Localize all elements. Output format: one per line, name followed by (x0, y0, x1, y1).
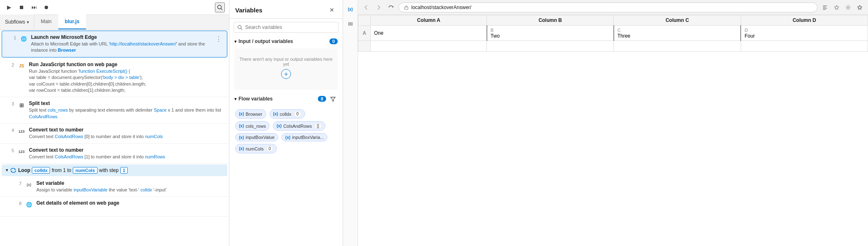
browser-url-bar[interactable]: localhost/stackoverAnswer/ (398, 2, 818, 12)
input-output-section-header[interactable]: ▾ Input / output variables 0 (231, 36, 341, 47)
flow-step-2[interactable]: 2 JS Run JavaScript function on web page… (0, 58, 229, 98)
var-chip-browser[interactable]: (x) Browser (235, 109, 266, 119)
cell-d2-input[interactable] (744, 43, 864, 49)
svg-rect-4 (405, 7, 408, 10)
var-chip-inputboxvaria[interactable]: (x) inputBoxVaria... (281, 133, 327, 141)
step-num-7: 7 (12, 180, 21, 186)
flow-content: 1 🌐 Launch new Microsoft Edge Attach to … (0, 30, 229, 246)
browser-refresh-button[interactable] (386, 2, 396, 12)
subflows-button[interactable]: Subflows ▾ (0, 14, 34, 29)
cell-c2-input[interactable] (617, 43, 737, 49)
browser-var: Browser (58, 48, 76, 53)
browser-settings-button[interactable] (843, 2, 853, 12)
var-chip-colldx-label: colldx (280, 112, 291, 117)
flow-step-6-loop[interactable]: ▾ Loop colldx from 1 to numCols with ste… (2, 165, 227, 176)
col-header-c: Column C (614, 15, 741, 26)
loop-icon (10, 167, 17, 174)
flow-step-3[interactable]: 3 ⊞ Split text Split text cols_rows by s… (0, 97, 229, 124)
browser-back-button[interactable] (361, 2, 371, 12)
cell-d1[interactable]: D (741, 26, 868, 41)
cell-d2[interactable] (741, 41, 868, 52)
browser-reader-button[interactable] (820, 2, 830, 12)
loop-var1: colldx (32, 167, 50, 174)
loop-with-text: with step (99, 167, 119, 173)
flow-step-8[interactable]: 8 🌐 Get details of element on web page (0, 197, 229, 217)
mail-icon-button[interactable]: ✉ (345, 18, 356, 30)
var-chip-colsandrows[interactable]: (x) ColsAndRows [] (273, 121, 325, 131)
var-search-box[interactable] (234, 22, 339, 33)
var-chip-colsandrows-label: ColsAndRows (283, 124, 312, 129)
browser-forward-button[interactable] (374, 2, 384, 12)
step-more-1[interactable]: ⋮ (215, 34, 223, 43)
tab-blurjs[interactable]: blur.js (58, 14, 86, 29)
var-chip-inputboxvalue-label: inputBoxValue (246, 135, 274, 140)
var-header: Variables ✕ (229, 0, 343, 19)
var-chip-inputboxvalue[interactable]: (x) inputBoxValue (235, 133, 278, 141)
step-title-2: Run JavaScript function on web page (29, 62, 225, 67)
cell-c1[interactable]: C (614, 26, 741, 41)
play-button[interactable]: ▶ (4, 2, 14, 12)
cell-b1[interactable]: B (487, 26, 614, 41)
cell-a2[interactable] (371, 41, 487, 52)
col-header-a: Column A (371, 15, 487, 26)
cell-c1-input[interactable] (618, 33, 737, 39)
browser-favorites-button[interactable] (832, 2, 842, 12)
search-button[interactable] (215, 2, 225, 12)
tab-main[interactable]: Main (34, 14, 58, 29)
spreadsheet-area: Column A Column B Column C Column D A B (358, 15, 868, 246)
step-num-2: 2 (4, 62, 14, 67)
cell-b1-input[interactable] (491, 33, 610, 39)
col-header-b: Column B (487, 15, 614, 26)
step-desc-5: Convert text ColsAndRows [1] to number a… (29, 154, 225, 160)
chevron-down-icon: ▾ (27, 20, 29, 24)
var-chips-container: (x) Browser (x) colldx 0 (x) cols_rows (… (231, 106, 341, 156)
flow-step-5[interactable]: 5 123 Convert text to number Convert tex… (0, 144, 229, 164)
skip-button[interactable]: ⏭ (29, 2, 39, 12)
browser-star-button[interactable] (855, 2, 865, 12)
cell-a2-input[interactable] (374, 43, 483, 49)
edge-url[interactable]: http://localhost/stackoverAnswer/ (110, 41, 176, 46)
subflows-label: Subflows (5, 19, 25, 25)
cell-a1[interactable] (371, 26, 487, 41)
cell-d1-input[interactable] (744, 33, 864, 39)
flow-vars-section-header[interactable]: ▾ Flow variables 8 (231, 91, 341, 106)
flow-step-1[interactable]: 1 🌐 Launch new Microsoft Edge Attach to … (2, 31, 227, 57)
convert1-icon: 123 (17, 127, 26, 136)
flow-step-7[interactable]: 7 (x) Set variable Assign to variable in… (0, 177, 229, 197)
variables-title: Variables (235, 7, 262, 14)
step-body-8: Get details of element on web page (36, 200, 225, 207)
add-variable-button[interactable]: ＋ (281, 69, 291, 79)
step-desc-7: Assign to variable inputBoxVariable the … (36, 187, 225, 193)
cell-c2[interactable] (614, 41, 741, 52)
var-chip-colldx-val: 0 (294, 111, 301, 117)
record-button[interactable]: ⏺ (41, 2, 51, 12)
search-icon (237, 25, 243, 30)
cell-a1-input[interactable] (374, 30, 483, 36)
getdetails-icon: 🌐 (25, 201, 33, 209)
var-filter-button[interactable] (328, 94, 338, 104)
variables-close-button[interactable]: ✕ (327, 5, 337, 15)
row-header-a: A (358, 26, 371, 41)
variables-icon-button[interactable]: (x) (345, 3, 356, 15)
step-num-3: 3 (4, 100, 14, 106)
var-chip-cols-rows-label: cols_rows (246, 124, 266, 129)
variables-search-input[interactable] (245, 24, 335, 30)
cell-b2[interactable] (487, 41, 614, 52)
loop-label: Loop (18, 167, 30, 173)
flow-panel: ▶ ⏹ ⏭ ⏺ Subflows ▾ Main blur.js 1 🌐 Lau (0, 0, 229, 246)
var-chip-numcols[interactable]: (x) numCols 0 (235, 144, 277, 153)
cell-b2-input[interactable] (490, 43, 610, 49)
step-body-3: Split text Split text cols_rows by separ… (29, 100, 225, 120)
flow-vars-title: Flow variables (238, 96, 316, 102)
flow-toolbar: ▶ ⏹ ⏭ ⏺ (0, 0, 229, 15)
var-chip-colldx[interactable]: (x) colldx 0 (269, 109, 305, 119)
edge-icon: 🌐 (19, 35, 28, 43)
variables-panel: Variables ✕ ▾ Input / output variables 0… (229, 0, 343, 246)
browser-extra-buttons (820, 2, 865, 12)
var-chip-numcols-val: 0 (266, 146, 274, 152)
flow-step-4[interactable]: 4 123 Convert text to number Convert tex… (0, 124, 229, 143)
var-chip-cols-rows[interactable]: (x) cols_rows (235, 121, 269, 131)
flow-vars-collapse-icon: ▾ (234, 96, 237, 102)
stop-button[interactable]: ⏹ (17, 2, 26, 12)
step-num-1: 1 (6, 34, 16, 40)
